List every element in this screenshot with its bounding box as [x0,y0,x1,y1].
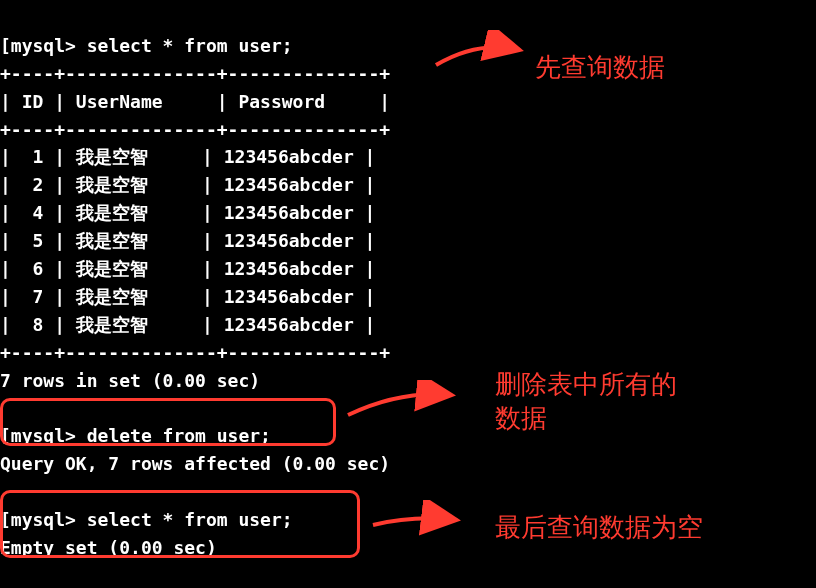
table-row: | 6 | 我是空智 | 123456abcder | [0,258,375,279]
table-border-bottom: +----+--------------+--------------+ [0,342,390,363]
table-row: | 2 | 我是空智 | 123456abcder | [0,174,375,195]
arrow-icon [340,380,460,430]
table-row: | 8 | 我是空智 | 123456abcder | [0,314,375,335]
result-line-2: Query OK, 7 rows affected (0.00 sec) [0,453,390,474]
prompt-line-1: [mysql> select * from user; [0,35,293,56]
arrow-icon [365,500,465,540]
table-header-row: | ID | UserName | Password | [0,91,390,112]
highlight-box-delete [0,398,336,446]
table-border-top: +----+--------------+--------------+ [0,63,390,84]
terminal-output: [mysql> select * from user; +----+------… [0,0,816,566]
annotation-query-first: 先查询数据 [535,50,665,85]
annotation-empty-result: 最后查询数据为空 [495,510,703,545]
table-row: | 7 | 我是空智 | 123456abcder | [0,286,375,307]
table-row: | 4 | 我是空智 | 123456abcder | [0,202,375,223]
table-row: | 1 | 我是空智 | 123456abcder | [0,146,375,167]
highlight-box-empty [0,490,360,558]
arrow-icon [428,30,528,80]
result-line-1: 7 rows in set (0.00 sec) [0,370,260,391]
table-border-mid: +----+--------------+--------------+ [0,119,390,140]
annotation-delete-all: 删除表中所有的 数据 [495,368,677,436]
table-row: | 5 | 我是空智 | 123456abcder | [0,230,375,251]
